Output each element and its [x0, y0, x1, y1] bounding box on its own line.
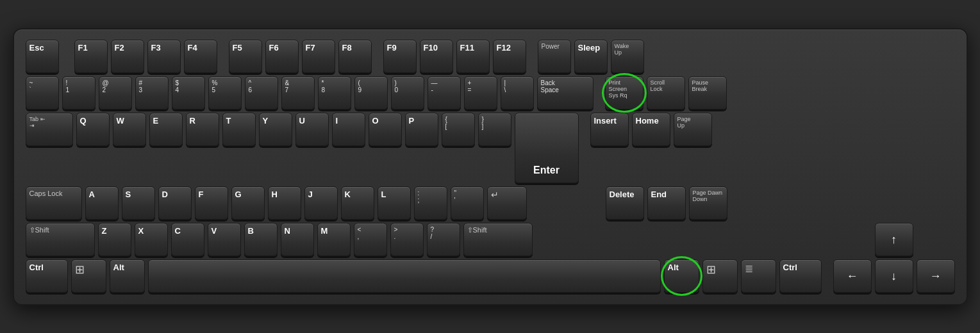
key-f7[interactable]: F7	[302, 40, 335, 73]
key-right-alt[interactable]: Alt	[664, 259, 699, 293]
key-f2[interactable]: F2	[111, 40, 144, 73]
key-a[interactable]: A	[85, 186, 119, 220]
key-arrow-down[interactable]: ↓	[875, 259, 913, 293]
key-y[interactable]: Y	[259, 113, 292, 146]
key-n[interactable]: N	[281, 223, 314, 256]
key-menu[interactable]: ≣	[741, 259, 776, 293]
key-slash[interactable]: ? /	[427, 223, 460, 256]
key-semicolon[interactable]: : ;	[414, 186, 447, 220]
key-period[interactable]: > .	[390, 223, 424, 256]
key-4[interactable]: $ 4	[172, 76, 205, 110]
key-left-shift[interactable]: ⇧Shift	[26, 223, 95, 256]
key-c[interactable]: C	[171, 223, 204, 256]
key-f9[interactable]: F9	[383, 40, 417, 73]
key-caps-lock[interactable]: Caps Lock	[26, 186, 82, 220]
key-scroll-lock[interactable]: Scroll Lock	[647, 76, 685, 110]
key-left-bracket[interactable]: { [	[442, 113, 475, 146]
key-print-screen[interactable]: Print Screen Sys Rq	[605, 76, 644, 110]
key-return-arrow[interactable]: ↵	[487, 186, 527, 220]
key-t[interactable]: T	[222, 113, 256, 146]
key-f5[interactable]: F5	[229, 40, 262, 73]
key-b[interactable]: B	[244, 223, 278, 256]
key-8[interactable]: * 8	[318, 76, 351, 110]
key-comma[interactable]: < ,	[354, 223, 387, 256]
key-0[interactable]: ) 0	[391, 76, 424, 110]
number-row: ~ ` ! 1 @ 2 # 3 $ 4	[26, 76, 955, 110]
key-p[interactable]: P	[405, 113, 438, 146]
key-v[interactable]: V	[208, 223, 241, 256]
key-minus[interactable]: — -	[428, 76, 461, 110]
key-enter[interactable]: Enter	[515, 113, 579, 183]
key-home[interactable]: Home	[632, 113, 670, 146]
keyboard: Esc F1 F2 F3 F4 F5 F6 F7 F8 F9 F10 F11 F…	[13, 28, 968, 305]
key-h[interactable]: H	[268, 186, 301, 220]
key-arrow-left[interactable]: ←	[833, 259, 872, 293]
key-f11[interactable]: F11	[456, 40, 490, 73]
key-j[interactable]: J	[304, 186, 338, 220]
qwerty-row: Tab ⇤ ⇥ Q W E R T Y U I O P { [ } ] Ente…	[26, 113, 955, 183]
key-d[interactable]: D	[158, 186, 192, 220]
key-m[interactable]: M	[317, 223, 351, 256]
key-f3[interactable]: F3	[147, 40, 181, 73]
key-page-up[interactable]: Page Up	[674, 113, 712, 146]
key-q[interactable]: Q	[76, 113, 110, 146]
key-arrow-right[interactable]: →	[917, 259, 955, 293]
key-backspace[interactable]: Back Space	[537, 76, 594, 110]
key-z[interactable]: Z	[98, 223, 131, 256]
key-9[interactable]: ( 9	[354, 76, 388, 110]
key-right-ctrl[interactable]: Ctrl	[779, 259, 822, 293]
shift-row: ⇧Shift Z X C V B N M < , > . ? / ⇧Sh	[26, 223, 955, 256]
key-f1[interactable]: F1	[74, 40, 108, 73]
key-f12[interactable]: F12	[493, 40, 526, 73]
modifier-row: Ctrl ⊞ Alt Alt ⊞ ≣ Ctrl ← ↓ →	[26, 259, 955, 293]
key-power[interactable]: Power	[538, 40, 571, 73]
key-left-alt[interactable]: Alt	[110, 259, 145, 293]
key-5[interactable]: % 5	[208, 76, 242, 110]
key-u[interactable]: U	[295, 113, 329, 146]
key-page-down[interactable]: Page Dawn Down	[689, 186, 727, 220]
key-sleep[interactable]: Sleep	[574, 40, 608, 73]
key-end[interactable]: End	[647, 186, 686, 220]
key-f4[interactable]: F4	[184, 40, 217, 73]
key-right-win[interactable]: ⊞	[702, 259, 738, 293]
key-2[interactable]: @ 2	[99, 76, 132, 110]
key-s[interactable]: S	[122, 186, 155, 220]
key-1[interactable]: ! 1	[62, 76, 96, 110]
key-x[interactable]: X	[135, 223, 168, 256]
key-tab[interactable]: Tab ⇤ ⇥	[26, 113, 73, 146]
key-i[interactable]: I	[332, 113, 365, 146]
key-f[interactable]: F	[195, 186, 228, 220]
key-arrow-up[interactable]: ↑	[875, 223, 913, 256]
key-r[interactable]: R	[186, 113, 219, 146]
key-equals[interactable]: + =	[464, 76, 497, 110]
key-backslash-top[interactable]: | \	[501, 76, 534, 110]
key-l[interactable]: L	[378, 186, 411, 220]
key-right-bracket[interactable]: } ]	[478, 113, 511, 146]
key-6[interactable]: ^ 6	[245, 76, 278, 110]
key-f6[interactable]: F6	[265, 40, 299, 73]
key-left-win[interactable]: ⊞	[71, 259, 106, 293]
key-insert[interactable]: Insert	[590, 113, 629, 146]
key-f10[interactable]: F10	[420, 40, 453, 73]
asdf-row: Caps Lock A S D F G H J K L : ; " ' ↵ D	[26, 186, 955, 220]
key-right-shift[interactable]: ⇧Shift	[463, 223, 533, 256]
function-row: Esc F1 F2 F3 F4 F5 F6 F7 F8 F9 F10 F11 F…	[26, 40, 955, 73]
key-quote[interactable]: " '	[451, 186, 484, 220]
key-backtick[interactable]: ~ `	[26, 76, 59, 110]
key-delete[interactable]: Delete	[606, 186, 644, 220]
key-wakeup[interactable]: Wake Up	[611, 40, 644, 73]
key-e[interactable]: E	[149, 113, 183, 146]
key-g[interactable]: G	[231, 186, 265, 220]
key-k[interactable]: K	[341, 186, 374, 220]
key-o[interactable]: O	[369, 113, 402, 146]
key-left-ctrl[interactable]: Ctrl	[26, 259, 68, 293]
key-space[interactable]	[148, 259, 661, 293]
key-pause[interactable]: Pause Break	[688, 76, 727, 110]
key-w[interactable]: W	[113, 113, 146, 146]
key-esc[interactable]: Esc	[26, 40, 59, 73]
key-f8[interactable]: F8	[338, 40, 372, 73]
key-7[interactable]: & 7	[281, 76, 315, 110]
key-3[interactable]: # 3	[135, 76, 169, 110]
